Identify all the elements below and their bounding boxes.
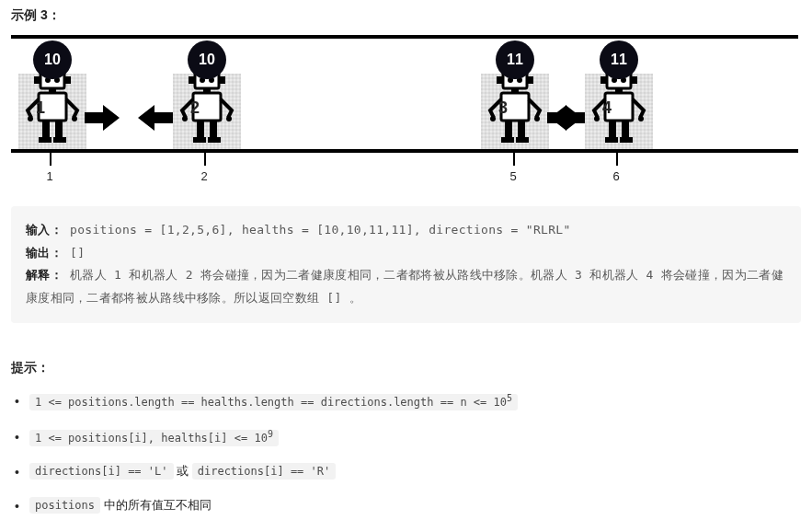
health-badge: 10 (33, 40, 72, 79)
robot-3: 11 3 (474, 39, 575, 149)
robot-2: 10 2 (166, 39, 267, 149)
tick-label: 1 (46, 169, 52, 183)
health-badge: 11 (600, 40, 638, 79)
robot-lane: 10 1 10 2 11 3 11 4 (11, 35, 798, 153)
hints-title: 提示： (11, 360, 801, 376)
hint-code: 1 <= positions.length == healths.length … (29, 394, 518, 410)
tick-label: 6 (612, 169, 619, 183)
robot-4: 11 4 (578, 39, 679, 149)
health-badge: 10 (188, 40, 226, 79)
explain-label: 解释： (26, 268, 63, 282)
hint-code: positions (29, 497, 100, 514)
robot-id: 1 (36, 98, 45, 118)
robot-id: 4 (602, 98, 612, 118)
hint-item: 1 <= positions.length == healths.length … (15, 391, 801, 412)
arrow-left-icon (138, 105, 173, 131)
output-text: [] (70, 246, 85, 260)
position-axis: 1 2 5 6 (11, 153, 798, 190)
arrow-right-icon (85, 105, 120, 131)
tick-label: 2 (200, 169, 207, 183)
output-label: 输出： (26, 246, 63, 260)
hint-code: 1 <= positions[i], healths[i] <= 109 (29, 430, 279, 446)
arrow-left-icon (550, 105, 585, 131)
hint-code: directions[i] == 'R' (192, 463, 337, 480)
example-io-box: 输入： positions = [1,2,5,6], healths = [10… (11, 206, 801, 323)
input-text: positions = [1,2,5,6], healths = [10,10,… (70, 223, 571, 237)
hints-list: 1 <= positions.length == healths.length … (11, 391, 801, 515)
explain-text: 机器人 1 和机器人 2 将会碰撞，因为二者健康度相同，二者都将被从路线中移除。… (26, 268, 783, 305)
robot-id: 3 (498, 98, 508, 118)
robot-id: 2 (190, 98, 200, 118)
hint-item: directions[i] == 'L' 或 directions[i] == … (15, 462, 801, 481)
robot-diagram: 10 1 10 2 11 3 11 4 1 2 5 (11, 35, 801, 190)
robot-1: 10 1 (11, 39, 112, 149)
hint-item: 1 <= positions[i], healths[i] <= 109 (15, 427, 801, 448)
hint-item: positions 中的所有值互不相同 (15, 496, 801, 515)
input-label: 输入： (26, 223, 63, 237)
hint-code: directions[i] == 'L' (29, 463, 174, 480)
tick-label: 5 (509, 169, 516, 183)
example-title: 示例 3： (11, 7, 801, 24)
health-badge: 11 (496, 40, 534, 79)
